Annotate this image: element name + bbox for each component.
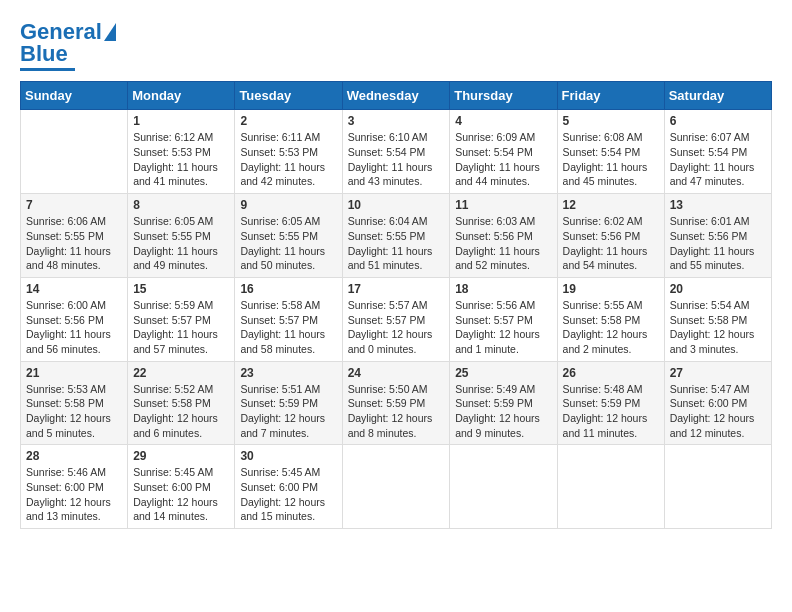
day-number: 4: [455, 114, 551, 128]
cell-info: Sunrise: 6:07 AMSunset: 5:54 PMDaylight:…: [670, 131, 755, 187]
calendar-table: SundayMondayTuesdayWednesdayThursdayFrid…: [20, 81, 772, 529]
day-number: 6: [670, 114, 766, 128]
calendar-cell: 17Sunrise: 5:57 AMSunset: 5:57 PMDayligh…: [342, 277, 450, 361]
day-number: 1: [133, 114, 229, 128]
day-number: 29: [133, 449, 229, 463]
cell-info: Sunrise: 6:05 AMSunset: 5:55 PMDaylight:…: [133, 215, 218, 271]
calendar-cell: 13Sunrise: 6:01 AMSunset: 5:56 PMDayligh…: [664, 194, 771, 278]
logo: General Blue: [20, 20, 116, 71]
day-number: 3: [348, 114, 445, 128]
day-number: 21: [26, 366, 122, 380]
cell-info: Sunrise: 6:08 AMSunset: 5:54 PMDaylight:…: [563, 131, 648, 187]
cell-info: Sunrise: 5:45 AMSunset: 6:00 PMDaylight:…: [240, 466, 325, 522]
day-number: 27: [670, 366, 766, 380]
cell-info: Sunrise: 5:59 AMSunset: 5:57 PMDaylight:…: [133, 299, 218, 355]
calendar-cell: 30Sunrise: 5:45 AMSunset: 6:00 PMDayligh…: [235, 445, 342, 529]
calendar-cell: 9Sunrise: 6:05 AMSunset: 5:55 PMDaylight…: [235, 194, 342, 278]
calendar-cell: [342, 445, 450, 529]
calendar-cell: 6Sunrise: 6:07 AMSunset: 5:54 PMDaylight…: [664, 110, 771, 194]
day-number: 16: [240, 282, 336, 296]
cell-info: Sunrise: 5:48 AMSunset: 5:59 PMDaylight:…: [563, 383, 648, 439]
cell-info: Sunrise: 5:51 AMSunset: 5:59 PMDaylight:…: [240, 383, 325, 439]
day-number: 8: [133, 198, 229, 212]
weekday-header-saturday: Saturday: [664, 82, 771, 110]
calendar-cell: 18Sunrise: 5:56 AMSunset: 5:57 PMDayligh…: [450, 277, 557, 361]
cell-info: Sunrise: 5:55 AMSunset: 5:58 PMDaylight:…: [563, 299, 648, 355]
logo-underline: [20, 68, 75, 71]
calendar-cell: 3Sunrise: 6:10 AMSunset: 5:54 PMDaylight…: [342, 110, 450, 194]
calendar-cell: 7Sunrise: 6:06 AMSunset: 5:55 PMDaylight…: [21, 194, 128, 278]
calendar-cell: 29Sunrise: 5:45 AMSunset: 6:00 PMDayligh…: [128, 445, 235, 529]
cell-info: Sunrise: 5:52 AMSunset: 5:58 PMDaylight:…: [133, 383, 218, 439]
weekday-header-friday: Friday: [557, 82, 664, 110]
cell-info: Sunrise: 5:50 AMSunset: 5:59 PMDaylight:…: [348, 383, 433, 439]
cell-info: Sunrise: 5:45 AMSunset: 6:00 PMDaylight:…: [133, 466, 218, 522]
day-number: 23: [240, 366, 336, 380]
day-number: 7: [26, 198, 122, 212]
cell-info: Sunrise: 6:05 AMSunset: 5:55 PMDaylight:…: [240, 215, 325, 271]
calendar-cell: [664, 445, 771, 529]
cell-info: Sunrise: 6:09 AMSunset: 5:54 PMDaylight:…: [455, 131, 540, 187]
day-number: 22: [133, 366, 229, 380]
calendar-week-1: 1Sunrise: 6:12 AMSunset: 5:53 PMDaylight…: [21, 110, 772, 194]
day-number: 10: [348, 198, 445, 212]
calendar-week-3: 14Sunrise: 6:00 AMSunset: 5:56 PMDayligh…: [21, 277, 772, 361]
cell-info: Sunrise: 5:47 AMSunset: 6:00 PMDaylight:…: [670, 383, 755, 439]
cell-info: Sunrise: 6:03 AMSunset: 5:56 PMDaylight:…: [455, 215, 540, 271]
logo-triangle-icon: [104, 23, 116, 41]
cell-info: Sunrise: 6:10 AMSunset: 5:54 PMDaylight:…: [348, 131, 433, 187]
calendar-cell: 28Sunrise: 5:46 AMSunset: 6:00 PMDayligh…: [21, 445, 128, 529]
weekday-header-wednesday: Wednesday: [342, 82, 450, 110]
day-number: 25: [455, 366, 551, 380]
day-number: 28: [26, 449, 122, 463]
weekday-header-tuesday: Tuesday: [235, 82, 342, 110]
cell-info: Sunrise: 5:56 AMSunset: 5:57 PMDaylight:…: [455, 299, 540, 355]
calendar-cell: [450, 445, 557, 529]
calendar-cell: 23Sunrise: 5:51 AMSunset: 5:59 PMDayligh…: [235, 361, 342, 445]
weekday-header-sunday: Sunday: [21, 82, 128, 110]
calendar-cell: 14Sunrise: 6:00 AMSunset: 5:56 PMDayligh…: [21, 277, 128, 361]
calendar-cell: 20Sunrise: 5:54 AMSunset: 5:58 PMDayligh…: [664, 277, 771, 361]
calendar-cell: [557, 445, 664, 529]
calendar-cell: 12Sunrise: 6:02 AMSunset: 5:56 PMDayligh…: [557, 194, 664, 278]
cell-info: Sunrise: 5:54 AMSunset: 5:58 PMDaylight:…: [670, 299, 755, 355]
cell-info: Sunrise: 6:11 AMSunset: 5:53 PMDaylight:…: [240, 131, 325, 187]
cell-info: Sunrise: 6:00 AMSunset: 5:56 PMDaylight:…: [26, 299, 111, 355]
cell-info: Sunrise: 5:53 AMSunset: 5:58 PMDaylight:…: [26, 383, 111, 439]
logo-blue-text: Blue: [20, 42, 68, 66]
calendar-cell: 16Sunrise: 5:58 AMSunset: 5:57 PMDayligh…: [235, 277, 342, 361]
day-number: 19: [563, 282, 659, 296]
day-number: 17: [348, 282, 445, 296]
page-header: General Blue: [20, 20, 772, 71]
calendar-cell: 22Sunrise: 5:52 AMSunset: 5:58 PMDayligh…: [128, 361, 235, 445]
calendar-week-4: 21Sunrise: 5:53 AMSunset: 5:58 PMDayligh…: [21, 361, 772, 445]
calendar-week-2: 7Sunrise: 6:06 AMSunset: 5:55 PMDaylight…: [21, 194, 772, 278]
cell-info: Sunrise: 6:04 AMSunset: 5:55 PMDaylight:…: [348, 215, 433, 271]
day-number: 15: [133, 282, 229, 296]
weekday-header-thursday: Thursday: [450, 82, 557, 110]
weekday-header-monday: Monday: [128, 82, 235, 110]
cell-info: Sunrise: 6:01 AMSunset: 5:56 PMDaylight:…: [670, 215, 755, 271]
day-number: 11: [455, 198, 551, 212]
calendar-cell: 8Sunrise: 6:05 AMSunset: 5:55 PMDaylight…: [128, 194, 235, 278]
cell-info: Sunrise: 6:02 AMSunset: 5:56 PMDaylight:…: [563, 215, 648, 271]
calendar-cell: 19Sunrise: 5:55 AMSunset: 5:58 PMDayligh…: [557, 277, 664, 361]
day-number: 5: [563, 114, 659, 128]
calendar-cell: 24Sunrise: 5:50 AMSunset: 5:59 PMDayligh…: [342, 361, 450, 445]
cell-info: Sunrise: 5:49 AMSunset: 5:59 PMDaylight:…: [455, 383, 540, 439]
calendar-cell: 15Sunrise: 5:59 AMSunset: 5:57 PMDayligh…: [128, 277, 235, 361]
day-number: 24: [348, 366, 445, 380]
cell-info: Sunrise: 5:46 AMSunset: 6:00 PMDaylight:…: [26, 466, 111, 522]
day-number: 20: [670, 282, 766, 296]
calendar-week-5: 28Sunrise: 5:46 AMSunset: 6:00 PMDayligh…: [21, 445, 772, 529]
cell-info: Sunrise: 6:06 AMSunset: 5:55 PMDaylight:…: [26, 215, 111, 271]
calendar-cell: 10Sunrise: 6:04 AMSunset: 5:55 PMDayligh…: [342, 194, 450, 278]
day-number: 12: [563, 198, 659, 212]
calendar-cell: 5Sunrise: 6:08 AMSunset: 5:54 PMDaylight…: [557, 110, 664, 194]
cell-info: Sunrise: 6:12 AMSunset: 5:53 PMDaylight:…: [133, 131, 218, 187]
day-number: 2: [240, 114, 336, 128]
calendar-cell: 4Sunrise: 6:09 AMSunset: 5:54 PMDaylight…: [450, 110, 557, 194]
calendar-cell: 26Sunrise: 5:48 AMSunset: 5:59 PMDayligh…: [557, 361, 664, 445]
calendar-header-row: SundayMondayTuesdayWednesdayThursdayFrid…: [21, 82, 772, 110]
calendar-cell: 25Sunrise: 5:49 AMSunset: 5:59 PMDayligh…: [450, 361, 557, 445]
